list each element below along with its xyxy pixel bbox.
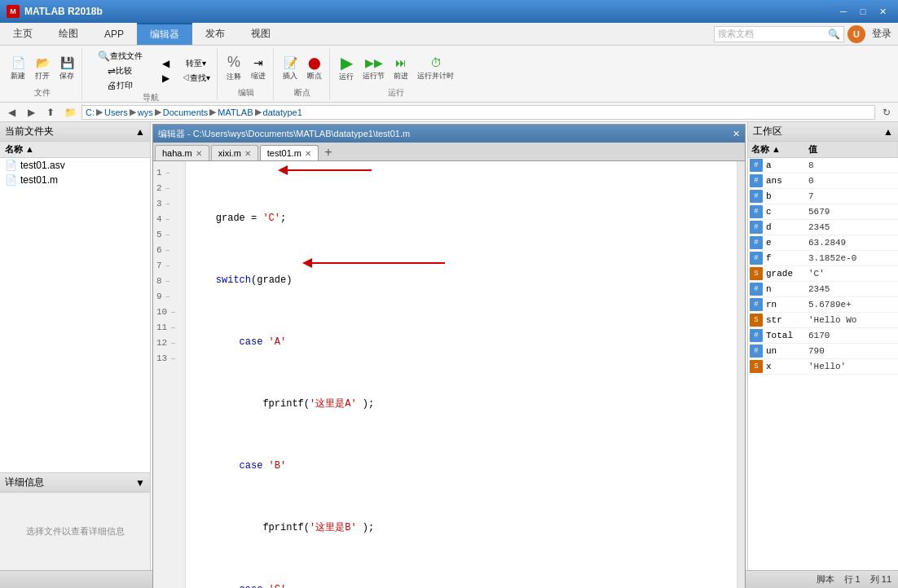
tab-xixi-close[interactable]: ✕ — [244, 149, 251, 158]
workspace-row[interactable]: #b7 — [748, 189, 898, 204]
advance-button[interactable]: ⏭ 前进 — [390, 54, 412, 83]
login-button[interactable]: 登录 — [869, 27, 895, 41]
tab-xixi-label: xixi.m — [218, 148, 241, 158]
path-datatype1[interactable]: datatype1 — [263, 108, 302, 117]
search-icon[interactable]: 🔍 — [828, 29, 840, 40]
workspace-row[interactable]: Sx'Hello' — [748, 359, 898, 375]
insert-button[interactable]: 📝 插入 — [279, 54, 302, 83]
close-button[interactable]: ✕ — [874, 4, 891, 19]
workspace-row[interactable]: #un790 — [748, 344, 898, 359]
workspace-row[interactable]: #ans0 — [748, 173, 898, 189]
addr-refresh-button[interactable]: ↻ — [878, 104, 895, 121]
workspace-row[interactable]: Sstr'Hello Wo — [748, 313, 898, 328]
menu-app[interactable]: APP — [91, 23, 137, 45]
workspace-row[interactable]: #Total6170 — [748, 328, 898, 344]
ws-var-value: 5679 — [807, 206, 898, 217]
code-content[interactable]: grade = 'C'; switch(grade) ca — [186, 161, 737, 588]
file-list: 📄 test01.asv 📄 test01.m — [0, 158, 150, 472]
save-button[interactable]: 💾 保存 — [55, 54, 78, 83]
user-icon[interactable]: U — [847, 25, 865, 43]
ws-var-value: 2345 — [807, 222, 898, 233]
ws-var-name: rn — [764, 299, 807, 310]
menu-view[interactable]: 视图 — [238, 23, 284, 45]
new-icon: 📄 — [10, 55, 26, 70]
workspace-row[interactable]: #e63.2849 — [748, 235, 898, 251]
list-item[interactable]: 📄 test01.asv — [0, 158, 150, 173]
forward-button[interactable]: ▶ — [154, 72, 177, 85]
compare-button[interactable]: ⇌ 比较 — [87, 64, 152, 77]
menu-plot[interactable]: 绘图 — [46, 23, 91, 45]
breakpoint-icon: ⬤ — [306, 55, 323, 70]
workspace-row[interactable]: #a8 — [748, 158, 898, 173]
detail-header: 详细信息 ▼ — [0, 473, 150, 493]
path-users[interactable]: Users — [104, 108, 128, 117]
tab-haha[interactable]: haha.m ✕ — [155, 145, 209, 160]
comment-icon: % — [226, 55, 242, 71]
add-tab-button[interactable]: + — [320, 144, 337, 160]
workspace-row[interactable]: #d2345 — [748, 220, 898, 235]
find-file-button[interactable]: 🔍 查找文件 — [87, 50, 152, 63]
minimize-button[interactable]: ─ — [834, 4, 852, 19]
find-button[interactable]: ◁查找▾ — [178, 72, 213, 85]
workspace-row[interactable]: Sgrade'C' — [748, 266, 898, 282]
open-button[interactable]: 📂 打开 — [31, 54, 54, 83]
breakpoint-button[interactable]: ⬤ 断点 — [303, 54, 326, 83]
indent-button[interactable]: ⇥ 缩进 — [247, 54, 270, 83]
file-section-label: 文件 — [34, 87, 51, 99]
path-documents[interactable]: Documents — [163, 108, 209, 117]
detail-collapse[interactable]: ▼ — [135, 477, 145, 489]
ws-var-value: 6170 — [807, 330, 898, 341]
path-sep4: ▶ — [209, 107, 216, 117]
editor-close-btn[interactable]: ✕ — [733, 129, 740, 139]
run-time-button[interactable]: ⏱ 运行并计时 — [414, 54, 457, 83]
tab-haha-close[interactable]: ✕ — [196, 149, 202, 158]
app-title: MATLAB R2018b — [24, 6, 103, 17]
path-wys[interactable]: wys — [138, 108, 153, 117]
addr-forward-button[interactable]: ▶ — [23, 104, 39, 121]
path-matlab[interactable]: MATLAB — [218, 108, 253, 117]
addr-up-button[interactable]: ⬆ — [42, 104, 59, 121]
workspace-row[interactable]: #c5679 — [748, 204, 898, 220]
list-item[interactable]: 📄 test01.m — [0, 173, 150, 187]
maximize-button[interactable]: □ — [854, 4, 872, 19]
search-input[interactable]: 搜索文档 — [718, 28, 828, 40]
nav-section-label: 导航 — [143, 92, 159, 103]
new-button[interactable]: 📄 新建 — [7, 54, 29, 83]
comment-button[interactable]: % 注释 — [222, 54, 245, 83]
status-row: 行 1 — [844, 573, 861, 586]
line-num-3: 3– — [153, 195, 185, 211]
menu-publish[interactable]: 发布 — [192, 23, 238, 45]
line-num-1: 1– — [153, 165, 185, 180]
code-line-2: switch(grade) — [192, 273, 730, 288]
menu-editor[interactable]: 编辑器 — [137, 23, 192, 45]
arrow-case-c-annotation — [300, 255, 447, 271]
line-num-7: 7– — [153, 257, 185, 273]
tab-test01-close[interactable]: ✕ — [305, 149, 311, 158]
code-scrollbar[interactable] — [737, 161, 745, 588]
workspace-row[interactable]: #f3.1852e-0 — [748, 251, 898, 266]
run-section-button[interactable]: ▶▶ 运行节 — [359, 54, 388, 83]
goto-button[interactable]: 转至▾ — [178, 57, 213, 70]
ws-var-icon: # — [750, 236, 763, 249]
tab-xixi[interactable]: xixi.m ✕ — [211, 145, 258, 160]
toolbar-edit-buttons: % 注释 ⇥ 缩进 — [222, 50, 270, 87]
code-line-4: fprintf('这里是A' ); — [192, 397, 730, 412]
workspace-row[interactable]: #rn5.6789e+ — [748, 297, 898, 313]
addressbar: ◀ ▶ ⬆ 📁 C: ▶ Users ▶ wys ▶ Documents ▶ M… — [0, 103, 898, 122]
ws-col-name: 名称 ▲ — [748, 142, 805, 157]
back-button[interactable]: ◀ — [154, 57, 177, 70]
indent-icon: ⇥ — [250, 55, 266, 70]
compare-label: 比较 — [116, 65, 132, 77]
menu-home[interactable]: 主页 — [0, 23, 46, 45]
current-folder-collapse[interactable]: ▲ — [135, 126, 145, 138]
toolbar-file-section: 📄 新建 📂 打开 💾 保存 文件 — [3, 48, 82, 100]
print-button[interactable]: 🖨 打印 — [87, 79, 152, 92]
ws-var-value: 3.1852e-0 — [807, 252, 898, 264]
edit-section-label: 编辑 — [238, 87, 254, 99]
path-c[interactable]: C: — [86, 108, 95, 117]
workspace-row[interactable]: #n2345 — [748, 282, 898, 297]
run-button[interactable]: ▶ 运行 — [335, 54, 358, 83]
addr-back-button[interactable]: ◀ — [3, 104, 20, 121]
workspace-collapse[interactable]: ▲ — [883, 126, 893, 138]
tab-test01[interactable]: test01.m ✕ — [260, 145, 319, 160]
